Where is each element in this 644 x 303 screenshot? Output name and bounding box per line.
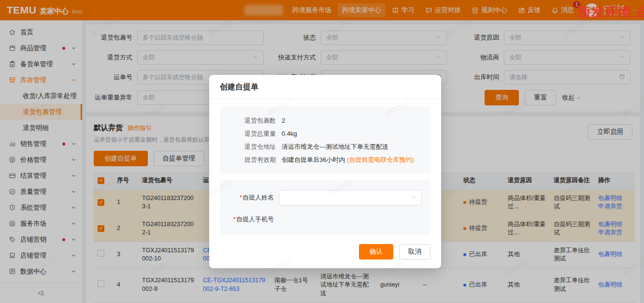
info-value-warehouse-address: 清远市维龙仓---测试地址下单无需配送 — [282, 140, 388, 153]
form-label-pickup-phone: 自提人手机号 — [229, 215, 279, 224]
info-row-package-count: 退货包裹数2 — [225, 114, 426, 127]
info-value-pickup-validity: 创建自提单后36小时内 (自提前需电联仓库预约) — [282, 153, 414, 166]
create-pickup-modal: 创建自提单 退货包裹数2退货总重量0.4kg退货仓地址清远市维龙仓---测试地址… — [209, 75, 441, 268]
info-row-pickup-validity: 提货有效期创建自提单后36小时内 (自提前需电联仓库预约) — [225, 153, 426, 166]
select-arrow — [410, 193, 416, 202]
pickup-name-select[interactable] — [279, 190, 422, 205]
modal-title: 创建自提单 — [209, 75, 441, 99]
confirm-button[interactable]: 确认 — [359, 244, 393, 260]
form-row-pickup-phone: 自提人手机号 — [229, 215, 422, 224]
chev-down-icon — [410, 194, 416, 200]
form-label-pickup-name: 自提人姓名 — [229, 193, 279, 202]
info-value-total-weight: 0.4kg — [282, 127, 297, 140]
pickup-appointment-note: (自提前需电联仓库预约) — [347, 156, 414, 163]
cancel-button[interactable]: 取消 — [399, 244, 430, 260]
form-row-pickup-name: 自提人姓名 — [229, 190, 422, 205]
info-value-package-count: 2 — [282, 114, 285, 127]
pickup-info-box: 退货包裹数2退货总重量0.4kg退货仓地址清远市维龙仓---测试地址下单无需配送… — [220, 107, 430, 173]
info-row-warehouse-address: 退货仓地址清远市维龙仓---测试地址下单无需配送 — [225, 140, 426, 153]
info-label-pickup-validity: 提货有效期 — [225, 153, 282, 166]
info-label-warehouse-address: 退货仓地址 — [225, 140, 282, 153]
info-label-total-weight: 退货总重量 — [225, 127, 282, 140]
pickup-form-box: 自提人姓名自提人手机号 — [220, 180, 430, 235]
info-row-total-weight: 退货总重量0.4kg — [225, 127, 426, 140]
info-label-package-count: 退货包裹数 — [225, 114, 282, 127]
